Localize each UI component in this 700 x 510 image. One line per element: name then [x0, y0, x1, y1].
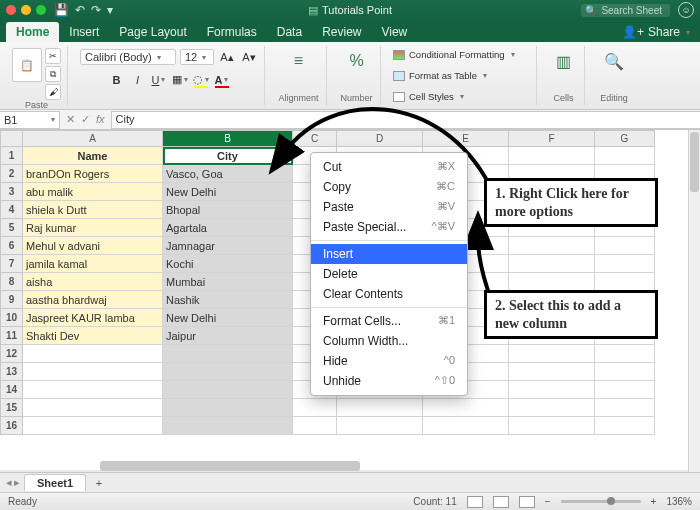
add-sheet-button[interactable]: +	[90, 474, 108, 492]
column-header-C[interactable]: C	[293, 131, 337, 147]
cell-G7[interactable]	[595, 255, 655, 273]
cell-B5[interactable]: Agartala	[163, 219, 293, 237]
cell-E16[interactable]	[423, 417, 509, 435]
cell-G12[interactable]	[595, 345, 655, 363]
cell-D16[interactable]	[337, 417, 423, 435]
context-menu-unhide[interactable]: Unhide^⇧0	[311, 371, 467, 391]
row-header-6[interactable]: 6	[1, 237, 23, 255]
sheet-nav[interactable]: ◂▸	[6, 476, 20, 489]
zoom-window-icon[interactable]	[36, 5, 46, 15]
share-button[interactable]: 👤+Share▾	[612, 22, 700, 42]
row-header-4[interactable]: 4	[1, 201, 23, 219]
cell-G8[interactable]	[595, 273, 655, 291]
cell-F14[interactable]	[509, 381, 595, 399]
cell-B8[interactable]: Mumbai	[163, 273, 293, 291]
cell-B16[interactable]	[163, 417, 293, 435]
cell-F6[interactable]	[509, 237, 595, 255]
normal-view-icon[interactable]	[467, 496, 483, 508]
close-window-icon[interactable]	[6, 5, 16, 15]
horizontal-scrollbar[interactable]	[100, 460, 688, 472]
cell-B7[interactable]: Kochi	[163, 255, 293, 273]
row-header-8[interactable]: 8	[1, 273, 23, 291]
tab-formulas[interactable]: Formulas	[197, 22, 267, 42]
format-as-table-button[interactable]: Format as Table▾	[393, 69, 487, 82]
cell-F1[interactable]	[509, 147, 595, 165]
context-menu-paste-special-[interactable]: Paste Special...^⌘V	[311, 217, 467, 237]
tab-data[interactable]: Data	[267, 22, 312, 42]
cell-A11[interactable]: Shakti Dev	[23, 327, 163, 345]
cell-C16[interactable]	[293, 417, 337, 435]
cell-G14[interactable]	[595, 381, 655, 399]
tab-review[interactable]: Review	[312, 22, 371, 42]
zoom-slider[interactable]	[561, 500, 641, 503]
format-painter-icon[interactable]: 🖌	[45, 84, 61, 100]
tab-view[interactable]: View	[371, 22, 417, 42]
cell-B14[interactable]	[163, 381, 293, 399]
cell-C15[interactable]	[293, 399, 337, 417]
cell-G6[interactable]	[595, 237, 655, 255]
context-menu-format-cells-[interactable]: Format Cells...⌘1	[311, 311, 467, 331]
column-header-A[interactable]: A	[23, 131, 163, 147]
cell-A4[interactable]: shiela k Dutt	[23, 201, 163, 219]
cell-A6[interactable]: Mehul v advani	[23, 237, 163, 255]
fill-color-icon[interactable]: ◌▾	[192, 71, 210, 89]
column-header-G[interactable]: G	[595, 131, 655, 147]
cell-F12[interactable]	[509, 345, 595, 363]
context-menu-hide[interactable]: Hide^0	[311, 351, 467, 371]
cell-A13[interactable]	[23, 363, 163, 381]
underline-button[interactable]: U▾	[150, 71, 168, 89]
context-menu-column-width-[interactable]: Column Width...	[311, 331, 467, 351]
font-name-select[interactable]: Calibri (Body)▾	[80, 49, 176, 65]
bold-button[interactable]: B	[108, 71, 126, 89]
save-icon[interactable]: 💾	[54, 3, 69, 17]
row-header-2[interactable]: 2	[1, 165, 23, 183]
cut-icon[interactable]: ✂	[45, 48, 61, 64]
cell-E15[interactable]	[423, 399, 509, 417]
row-header-7[interactable]: 7	[1, 255, 23, 273]
cell-B11[interactable]: Jaipur	[163, 327, 293, 345]
cell-F8[interactable]	[509, 273, 595, 291]
increase-font-icon[interactable]: A▴	[218, 48, 236, 66]
cell-B15[interactable]	[163, 399, 293, 417]
row-header-3[interactable]: 3	[1, 183, 23, 201]
minimize-window-icon[interactable]	[21, 5, 31, 15]
cell-A15[interactable]	[23, 399, 163, 417]
tab-insert[interactable]: Insert	[59, 22, 109, 42]
row-header-1[interactable]: 1	[1, 147, 23, 165]
cell-B3[interactable]: New Delhi	[163, 183, 293, 201]
cell-F7[interactable]	[509, 255, 595, 273]
cell-B2[interactable]: Vasco, Goa	[163, 165, 293, 183]
sheet-tab-sheet1[interactable]: Sheet1	[24, 474, 86, 491]
cell-A8[interactable]: aisha	[23, 273, 163, 291]
redo-icon[interactable]: ↷	[91, 3, 101, 17]
context-menu-delete[interactable]: Delete	[311, 264, 467, 284]
page-layout-view-icon[interactable]	[493, 496, 509, 508]
cell-G1[interactable]	[595, 147, 655, 165]
cell-F13[interactable]	[509, 363, 595, 381]
cell-B9[interactable]: Nashik	[163, 291, 293, 309]
select-all-corner[interactable]	[1, 131, 23, 147]
conditional-formatting-button[interactable]: Conditional Formatting▾	[393, 48, 515, 61]
account-icon[interactable]: ☺	[678, 2, 694, 18]
cell-B4[interactable]: Bhopal	[163, 201, 293, 219]
confirm-entry-icon[interactable]: ✓	[81, 113, 90, 126]
cell-A12[interactable]	[23, 345, 163, 363]
tab-page-layout[interactable]: Page Layout	[109, 22, 196, 42]
undo-icon[interactable]: ↶	[75, 3, 85, 17]
percent-icon[interactable]: %	[344, 48, 370, 74]
column-header-E[interactable]: E	[423, 131, 509, 147]
cell-A3[interactable]: abu malik	[23, 183, 163, 201]
fx-icon[interactable]: fx	[96, 113, 105, 126]
cell-G16[interactable]	[595, 417, 655, 435]
context-menu-cut[interactable]: Cut⌘X	[311, 157, 467, 177]
row-header-15[interactable]: 15	[1, 399, 23, 417]
find-icon[interactable]: 🔍	[601, 48, 627, 74]
cell-B13[interactable]	[163, 363, 293, 381]
font-size-select[interactable]: 12▾	[180, 49, 214, 65]
cell-A7[interactable]: jamila kamal	[23, 255, 163, 273]
context-menu-insert[interactable]: Insert	[311, 244, 467, 264]
search-sheet[interactable]: 🔍 Search Sheet	[581, 4, 670, 17]
context-menu-clear-contents[interactable]: Clear Contents	[311, 284, 467, 304]
cell-G13[interactable]	[595, 363, 655, 381]
alignment-icon[interactable]: ≡	[286, 48, 312, 74]
